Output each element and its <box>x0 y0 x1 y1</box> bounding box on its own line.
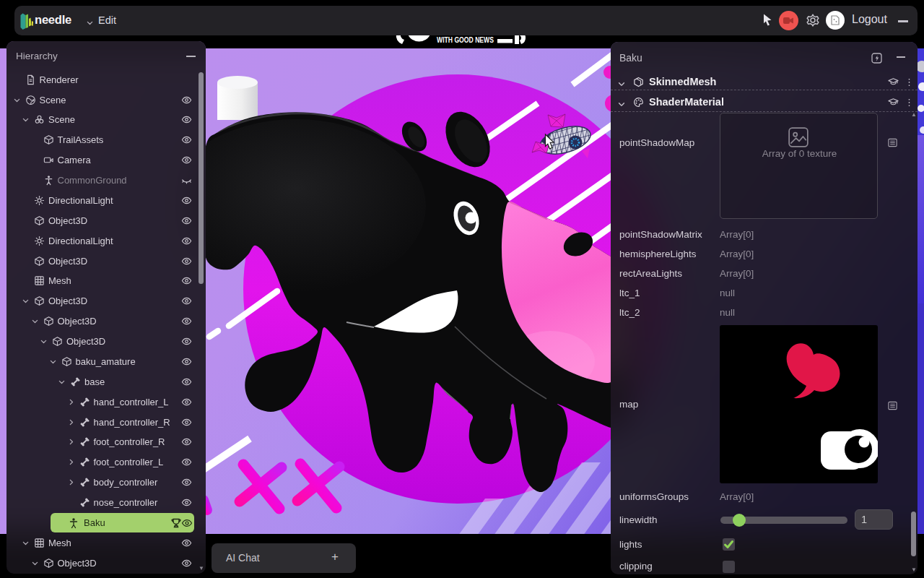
svg-text:WITH GOOD NEWS: WITH GOOD NEWS <box>437 36 494 44</box>
